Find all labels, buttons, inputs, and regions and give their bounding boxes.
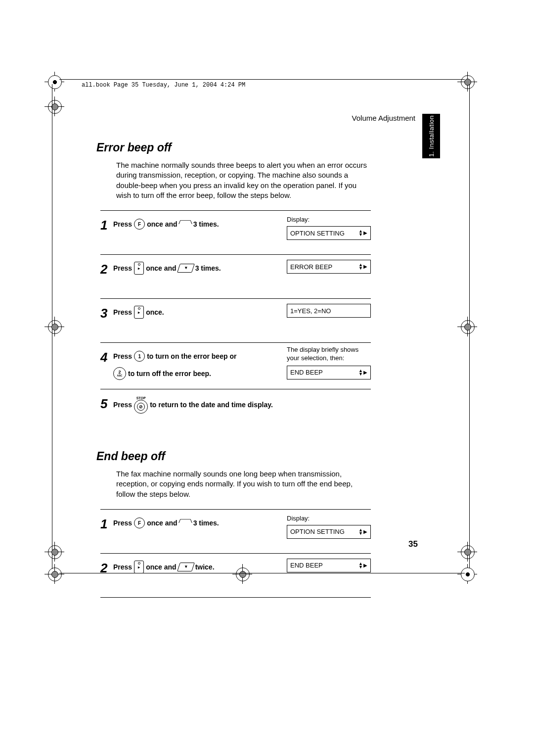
regmark-icon (457, 564, 477, 584)
display-box: ERROR BEEP ▲▼▶ (287, 260, 371, 274)
step-text: 3 times. (193, 218, 219, 231)
intro-paragraph: The fax machine normally sounds one long… (116, 469, 371, 499)
stop-button-icon: STOP ⊘ (134, 396, 148, 414)
step-number: 2 (100, 562, 113, 574)
display-box: END BEEP ▲▼▶ (287, 366, 371, 379)
display-note: The display briefly shows your selection… (287, 346, 371, 363)
regmark-icon (44, 564, 64, 584)
down-button-icon: ▾ (177, 563, 195, 571)
step-text: to return to the date and time display. (150, 398, 273, 412)
display-column: END BEEP ▲▼▶ (287, 559, 371, 572)
nav-arrows-icon: ▲▼▶ (358, 263, 367, 270)
step-text: to turn off the error beep. (128, 367, 211, 380)
regmark-icon (44, 96, 64, 116)
step-text: 3 times. (195, 262, 221, 275)
step-row: 3 Press ▸ once. 1=YES, 2=NO (100, 298, 371, 342)
nav-arrows-icon: ▲▼▶ (358, 230, 367, 236)
menu-button-icon (179, 218, 191, 230)
step-text: Press (113, 350, 132, 363)
crop-line (59, 79, 465, 80)
step-text: Press (113, 262, 132, 275)
step-number: 1 (100, 219, 113, 232)
step-text: 3 times. (193, 517, 219, 530)
step-number: 2 (100, 263, 113, 276)
step-text: once. (146, 306, 164, 319)
step-text: once and (146, 561, 176, 574)
steps-list-error-beep: 1 Press F once and 3 times. Display: OPT… (100, 210, 371, 433)
nav-arrows-icon: ▲▼▶ (358, 562, 367, 569)
step-number: 1 (100, 518, 113, 530)
step-text: once and (147, 517, 177, 530)
step-text: twice. (195, 561, 215, 574)
regmark-icon (44, 72, 64, 92)
regmark-icon (457, 72, 477, 92)
section-heading-end-beep: End beep off (96, 450, 371, 463)
step-text: to turn on the error beep or (147, 350, 236, 363)
arrow-button-icon: ▸ (134, 262, 144, 275)
step-text: Press (113, 517, 132, 530)
regmark-icon (457, 542, 477, 562)
display-label: Display: (287, 216, 371, 223)
display-column: 1=YES, 2=NO (287, 304, 371, 318)
step-row: 1 Press F once and 3 times. Display: OPT… (100, 210, 371, 254)
f-button-icon: F (134, 518, 145, 528)
display-column: Display: OPTION SETTING ▲▼▶ (287, 515, 371, 539)
regmark-icon (44, 317, 64, 336)
nav-arrows-icon: ▲▼▶ (358, 528, 367, 535)
display-column: Display: OPTION SETTING ▲▼▶ (287, 216, 371, 240)
display-column: The display briefly shows your selection… (287, 346, 371, 379)
arrow-button-icon: ▸ (134, 561, 144, 573)
nav-arrows-icon: ▲▼▶ (358, 369, 367, 376)
step-row: 2 Press ▸ once and ▾ 3 times. ERROR BEEP… (100, 254, 371, 298)
display-box: OPTION SETTING ▲▼▶ (287, 525, 371, 539)
page-number: 35 (408, 539, 418, 549)
step-row: 2 Press ▸ once and ▾ twice. END BEEP ▲▼▶ (100, 553, 371, 598)
step-text: Press (113, 218, 132, 231)
step-row: 4 Press 1 to turn on the error beep or 2… (100, 342, 371, 389)
display-column: ERROR BEEP ▲▼▶ (287, 260, 371, 274)
step-text: once and (147, 218, 177, 231)
step-row: 1 Press F once and 3 times. Display: OPT… (100, 509, 371, 553)
regmark-icon (457, 317, 477, 336)
display-box: 1=YES, 2=NO (287, 304, 371, 318)
key-2-icon: 2ABC (113, 367, 126, 380)
display-box: END BEEP ▲▼▶ (287, 559, 371, 572)
step-text: Press (113, 306, 132, 319)
display-box: OPTION SETTING ▲▼▶ (287, 226, 371, 240)
f-button-icon: F (134, 219, 145, 230)
down-button-icon: ▾ (177, 264, 195, 273)
print-header: all.book Page 35 Tuesday, June 1, 2004 4… (82, 82, 245, 89)
arrow-button-icon: ▸ (134, 306, 144, 319)
running-head: Volume Adjustment (352, 114, 415, 122)
steps-list-end-beep: 1 Press F once and 3 times. Display: OPT… (100, 509, 371, 598)
step-number: 5 (100, 397, 113, 410)
step-text: once and (146, 262, 176, 275)
step-text: Press (113, 561, 132, 574)
step-row: 5 Press STOP ⊘ to return to the date and… (100, 389, 371, 433)
key-1-icon: 1 (134, 351, 145, 362)
regmark-icon (44, 542, 64, 562)
display-label: Display: (287, 515, 371, 522)
section-heading-error-beep: Error beep off (96, 141, 371, 154)
step-number: 4 (100, 351, 113, 364)
section-tab: 1. Installation (422, 114, 440, 158)
step-number: 3 (100, 307, 113, 320)
intro-paragraph: The machine normally sounds three beeps … (116, 160, 371, 200)
menu-button-icon (179, 517, 191, 529)
step-text: Press (113, 398, 132, 412)
